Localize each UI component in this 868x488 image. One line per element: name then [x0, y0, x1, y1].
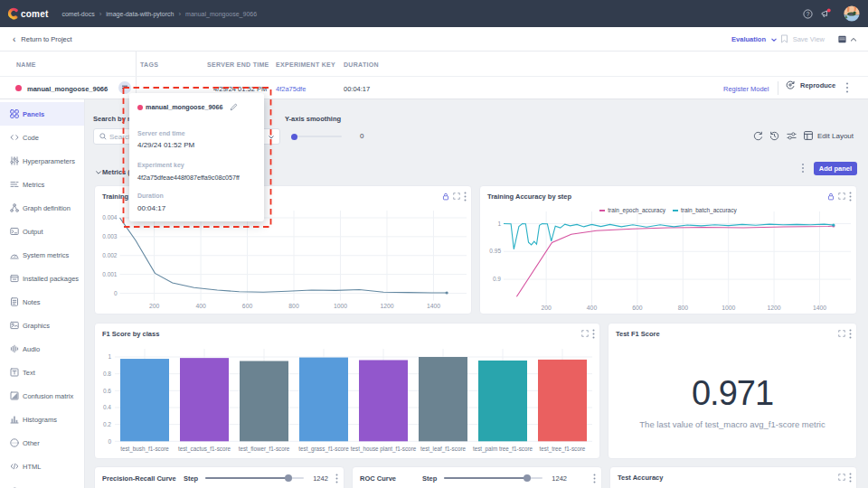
save-view-button[interactable]: Save View [780, 34, 825, 43]
sidebar-item-graph-definition[interactable]: Graph definition [0, 196, 84, 220]
bar-test_tree_f1-score[interactable] [538, 360, 587, 441]
breadcrumb-item[interactable]: comet-docs [61, 11, 94, 17]
column-header-experiment-key[interactable]: EXPERIMENT KEY [276, 61, 335, 68]
html-icon [10, 462, 19, 471]
bar-test_bush_f1-score[interactable] [120, 359, 169, 441]
row-menu-icon[interactable] [845, 81, 849, 94]
panel-menu-icon[interactable] [849, 329, 852, 339]
bar-test_house plant_f1-score[interactable] [359, 360, 408, 441]
step-slider[interactable] [205, 477, 304, 479]
step-slider-knob[interactable] [285, 474, 292, 482]
column-header-tags[interactable]: TAGS [140, 61, 158, 68]
filter-settings-icon[interactable] [787, 132, 797, 140]
tag-button[interactable] [118, 81, 131, 94]
sidebar-item-label: Metrics [23, 181, 44, 189]
bar-test_flower_f1-score[interactable] [240, 361, 288, 441]
return-to-project-link[interactable]: ‹ Return to Project [13, 34, 72, 44]
bar-test_leaf_f1-score[interactable] [419, 357, 467, 441]
column-header-server-end-time[interactable]: SERVER END TIME [207, 61, 269, 68]
register-model-button[interactable]: Register Model [723, 85, 769, 93]
breadcrumb-item[interactable]: image-data-with-pytorch [106, 11, 174, 17]
reproduce-button[interactable]: Reproduce [786, 80, 835, 89]
section-menu-icon[interactable] [801, 163, 805, 174]
collapse-chevron-icon[interactable] [850, 37, 857, 42]
graph-icon [10, 203, 19, 212]
history-icon[interactable] [769, 131, 779, 141]
step-value: 1242 [552, 474, 567, 483]
panel-menu-icon[interactable] [335, 474, 338, 483]
notifications-icon[interactable] [820, 8, 832, 19]
smoothing-slider[interactable] [291, 133, 342, 140]
sidebar-item-metrics[interactable]: Metrics [0, 173, 84, 196]
panel-roc-curve: ROC Curve Step 1242 [352, 466, 602, 488]
comet-logo[interactable]: comet [6, 6, 48, 21]
slider-knob[interactable] [291, 134, 297, 140]
sidebar-item-audio[interactable]: Audio [0, 337, 84, 361]
popup-experiment-name: manual_mongoose_9066 [146, 103, 223, 111]
bar-test_grass_f1-score[interactable] [299, 358, 348, 442]
fullscreen-icon[interactable] [838, 330, 845, 337]
panel-test-f1-score: Test F1 Score0.971The last value of test… [608, 323, 857, 459]
sidebar-item-output[interactable]: Output [0, 220, 84, 243]
svg-text:1000: 1000 [722, 305, 735, 311]
sidebar-item-html[interactable]: HTML [0, 455, 84, 478]
sidebar-item-label: System metrics [23, 251, 69, 259]
hyper-icon [10, 156, 19, 165]
panel-menu-icon[interactable] [593, 474, 596, 483]
user-avatar[interactable] [844, 5, 860, 22]
sidebar-item-text[interactable]: Text [0, 361, 84, 384]
step-slider-knob[interactable] [524, 474, 531, 482]
sidebar-item-panels[interactable]: Panels [0, 102, 84, 126]
legend-item[interactable]: train_epoch_accuracy [599, 207, 665, 213]
column-header-name[interactable]: NAME [16, 61, 36, 68]
svg-text:800: 800 [678, 305, 689, 311]
system-icon [10, 250, 19, 259]
bar-test_palm tree_f1-score[interactable] [478, 361, 527, 441]
sidebar-item-installed-packages[interactable]: Installed packages [0, 267, 84, 290]
sidebar-item-system-metrics[interactable]: System metrics [0, 243, 84, 267]
navbar: comet comet-docs›image-data-with-pytorch… [0, 0, 868, 27]
breadcrumb-item[interactable]: manual_mongoose_9066 [185, 11, 257, 17]
chart-legend: train_epoch_accuracytrain_batch_accuracy [480, 207, 856, 213]
edit-pencil-icon[interactable] [230, 103, 238, 111]
svg-text:0.2: 0.2 [103, 421, 111, 427]
help-icon[interactable]: ? [803, 9, 813, 19]
svg-text:test_bush_f1-score: test_bush_f1-score [120, 446, 169, 453]
svg-text:0.002: 0.002 [102, 252, 118, 258]
table-view-icon[interactable] [838, 35, 846, 43]
sidebar-item-histograms[interactable]: Histograms [0, 408, 84, 431]
svg-text:1000: 1000 [334, 303, 347, 309]
svg-text:1: 1 [497, 221, 501, 227]
save-view-label: Save View [793, 35, 825, 43]
sidebar-item-confusion-matrix[interactable]: Confusion matrix [0, 384, 84, 408]
svg-text:0: 0 [114, 290, 118, 296]
experiment-key-link[interactable]: 4f2a75dfe [276, 85, 306, 93]
column-header-duration[interactable]: DURATION [344, 61, 379, 68]
sidebar-item-other[interactable]: Other [0, 431, 84, 455]
sidebar-item-code[interactable]: Code [0, 126, 84, 149]
sidebar-item-graphics[interactable]: Graphics [0, 314, 84, 337]
panel-menu-icon[interactable] [849, 473, 852, 483]
add-panel-button[interactable]: Add panel [814, 162, 857, 175]
fullscreen-icon[interactable] [838, 474, 845, 481]
bar-test_cactus_f1-score[interactable] [180, 358, 229, 441]
refresh-icon[interactable] [753, 131, 763, 141]
chevron-down-icon [770, 37, 778, 42]
legend-item[interactable]: train_batch_accuracy [673, 207, 737, 213]
step-slider[interactable] [444, 477, 542, 479]
svg-text:0.95: 0.95 [489, 248, 501, 254]
svg-text:0: 0 [108, 438, 111, 445]
sidebar-item-hyperparameters[interactable]: Hyperparameters [0, 149, 84, 173]
confusion-icon [10, 391, 19, 400]
svg-text:600: 600 [242, 303, 253, 309]
experiment-color-dot [15, 85, 22, 91]
chevron-down-icon [268, 135, 275, 140]
view-select-dropdown[interactable]: Evaluation [731, 35, 778, 43]
step-label: Step [184, 474, 198, 483]
sidebar-item-extra[interactable] [0, 478, 84, 488]
edit-layout-button[interactable]: Edit Layout [804, 131, 854, 140]
reproduce-icon [786, 80, 795, 89]
section-collapse-icon[interactable] [95, 170, 102, 175]
experiment-name[interactable]: manual_mongoose_9066 [27, 85, 108, 93]
sidebar-item-notes[interactable]: Notes [0, 290, 84, 314]
